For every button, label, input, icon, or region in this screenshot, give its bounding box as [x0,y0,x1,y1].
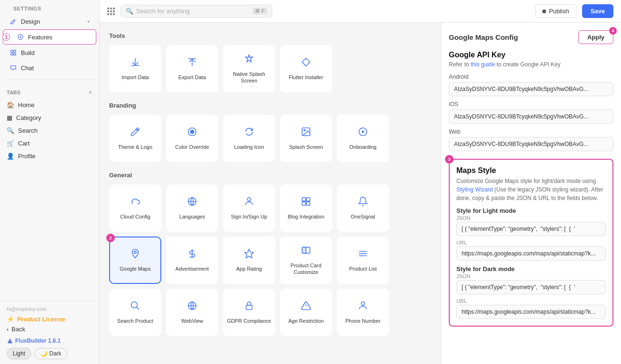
card-label: Flutter Installer [287,74,325,81]
svg-rect-18 [302,202,306,205]
ios-api-key-input[interactable] [449,109,613,124]
feature-card-advertisement[interactable]: Advertisement [166,237,218,284]
feature-card-onboarding[interactable]: Onboarding [337,115,389,162]
light-url-input[interactable] [456,246,606,261]
card-label: Cloud Config [118,213,152,220]
android-api-key-input[interactable] [449,82,613,96]
feature-card-onesignal[interactable]: OneSignal [337,184,389,232]
profile-icon: 👤 [7,153,14,160]
card-label: Search Product [115,318,155,324]
feature-card-export-data[interactable]: Export Data [166,45,218,92]
card-icon [187,300,197,314]
light-theme-button[interactable]: Light [7,348,31,359]
card-label: Google Maps [118,265,152,272]
this-guide-link[interactable]: this guide [471,61,495,68]
content-area: Tools Import DataExport DataNative Splas… [100,23,621,364]
svg-marker-6 [8,338,13,344]
tab-home[interactable]: 🏠 Home ⋮⋮ [0,99,99,111]
feature-card-color-override[interactable]: Color Override [166,115,218,162]
card-label: Onboarding [347,144,379,150]
search-bar[interactable]: 🔍 Search for anything ⌘ F [120,5,272,18]
features-icon [17,33,24,41]
product-license-link[interactable]: ⚡ Product License [7,316,93,323]
web-api-key-input[interactable] [449,137,613,151]
card-icon [244,196,254,209]
svg-point-29 [131,302,138,308]
add-tab-button[interactable]: + [88,88,93,97]
card-label: Export Data [176,74,208,81]
api-key-desc: Refer to this guide to create Google API… [449,61,613,68]
tab-cart[interactable]: 🛒 Cart ⋮⋮ [0,137,99,150]
svg-point-20 [134,251,137,254]
feature-card-splash-screen[interactable]: Splash Screen [280,115,332,162]
sidebar-item-features[interactable]: 1 Features [3,29,96,45]
dark-url-label: URL [456,298,606,304]
svg-point-35 [361,302,364,305]
feature-card-search-product[interactable]: Search Product [109,289,161,336]
feature-card-gdpr-compliance[interactable]: GDPR Compliance [223,289,275,336]
card-icon [358,196,368,209]
feature-card-native-splash-screen[interactable]: Native Splash Screen [223,45,275,92]
sidebar-item-build[interactable]: Build [3,46,96,60]
card-icon [301,127,311,140]
light-json-input[interactable] [456,222,606,236]
search-nav-icon: 🔍 [7,127,14,134]
card-icon [130,300,140,314]
card-icon [130,196,140,209]
right-panel: Google Maps Config Apply 4 Google API Ke… [441,23,621,364]
card-icon [301,245,311,258]
feature-card-age-restriction[interactable]: Age Restriction [280,289,332,336]
feature-card-cloud-config[interactable]: Cloud Config [109,184,161,232]
card-label: OneSignal [349,213,377,220]
sidebar-item-design[interactable]: Design ▾ [3,14,96,28]
grid-menu-icon[interactable] [107,8,115,15]
feature-card-languages[interactable]: Languages [166,184,218,232]
feature-card-flutter-installer[interactable]: Flutter Installer [280,45,332,92]
card-icon [301,57,311,70]
feature-card-webview[interactable]: WebView [166,289,218,336]
dark-theme-button[interactable]: 🌙 Dark [34,348,67,359]
sidebar-bottom: hi@inspireui.com ⚡ Product License ‹ Bac… [0,301,99,364]
publish-status-dot [542,9,546,13]
feature-card-import-data[interactable]: Import Data [109,45,161,92]
feature-card-product-card-customize[interactable]: Product Card Customize [280,237,332,284]
design-arrow: ▾ [87,19,90,24]
tab-profile[interactable]: 👤 Profile ⋮⋮ [0,150,99,163]
feature-card-google-maps[interactable]: Google Maps2 [109,237,161,284]
drag-handle: ⋮⋮ [83,154,93,159]
card-label: Native Splash Screen [223,71,275,84]
card-icon [358,300,368,314]
svg-marker-7 [246,55,253,62]
card-label: Age Restriction [287,318,326,324]
publish-button[interactable]: Publish [535,4,576,18]
dark-url-input[interactable] [456,305,606,319]
drag-handle: ⋮⋮ [83,128,93,133]
panel-title: Google Maps Config [449,33,518,41]
maps-style-desc: Customize Google Maps style for light/da… [456,177,606,202]
back-button[interactable]: ‹ Back [7,326,93,333]
card-label: App Rating [234,265,264,272]
general-section-title: General [109,172,431,179]
save-button[interactable]: Save [582,4,613,18]
feature-card-loading-icon[interactable]: Loading Icon [223,115,275,162]
tab-search[interactable]: 🔍 Search ⋮⋮ [0,124,99,137]
dark-json-input[interactable] [456,280,606,294]
styling-wizard-link[interactable]: Styling Wizard [456,186,493,193]
feature-card-blog-integration[interactable]: Blog Integration [280,184,332,232]
feature-card-theme-&-logo[interactable]: Theme & Logo [109,115,161,162]
card-label: Product Card Customize [280,262,332,276]
feature-card-sign-in/sign-up[interactable]: Sign In/Sign Up [223,184,275,232]
cart-icon: 🛒 [7,140,14,147]
feature-card-product-list[interactable]: Product List [337,237,389,284]
feature-card-phone-number[interactable]: Phone Number [337,289,389,336]
apply-button[interactable]: Apply 4 [578,30,613,44]
tab-category[interactable]: ▦ Category ⋮⋮ [0,111,99,124]
version-text: FluxBuilder 1.6.1 [7,337,61,344]
card-icon [301,196,311,209]
feature-card-app-rating[interactable]: App Rating [223,237,275,284]
svg-rect-17 [306,198,310,201]
section-badge-3: 3 [445,155,454,164]
sidebar-item-chat[interactable]: Chat [3,61,96,75]
card-label: Color Override [173,144,211,150]
branding-section-title: Branding [109,102,431,109]
